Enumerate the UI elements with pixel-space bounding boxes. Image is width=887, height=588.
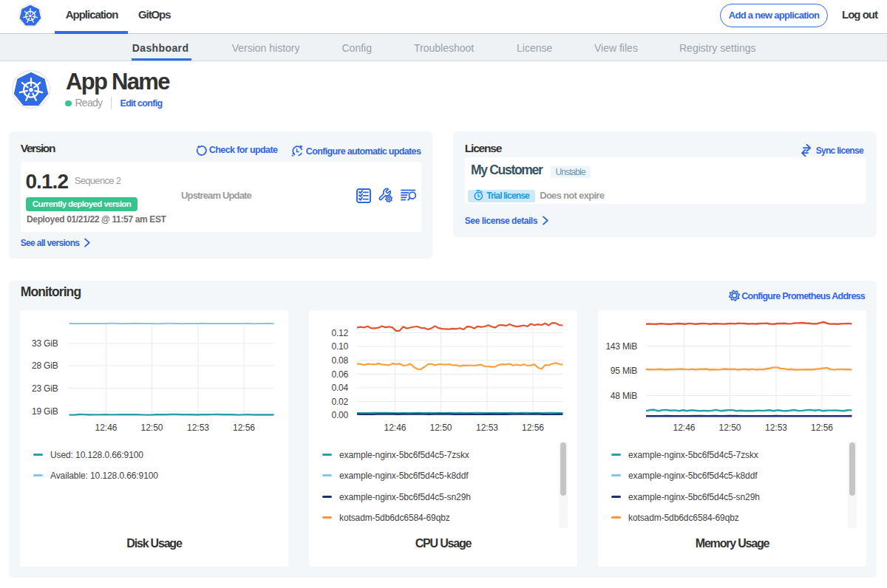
svg-text:0.04: 0.04 <box>331 383 348 393</box>
svg-text:48 MiB: 48 MiB <box>611 391 637 401</box>
svg-text:12:56: 12:56 <box>522 423 544 433</box>
svg-text:12:56: 12:56 <box>233 423 255 433</box>
svg-text:12:46: 12:46 <box>384 423 406 433</box>
svg-text:0.06: 0.06 <box>331 369 348 380</box>
svg-text:0.02: 0.02 <box>331 397 348 407</box>
svg-text:12:50: 12:50 <box>718 423 741 433</box>
svg-text:12:50: 12:50 <box>429 423 452 433</box>
svg-text:23 GiB: 23 GiB <box>32 383 58 394</box>
svg-text:0.12: 0.12 <box>331 328 348 338</box>
svg-text:12:56: 12:56 <box>811 423 833 433</box>
svg-text:12:53: 12:53 <box>476 423 498 433</box>
svg-text:143 MiB: 143 MiB <box>605 341 637 352</box>
svg-text:12:50: 12:50 <box>140 423 163 433</box>
svg-text:12:53: 12:53 <box>187 423 209 433</box>
svg-text:0.10: 0.10 <box>331 341 348 352</box>
svg-text:28 GiB: 28 GiB <box>32 360 58 371</box>
svg-text:12:46: 12:46 <box>673 423 695 433</box>
svg-text:12:46: 12:46 <box>95 423 117 433</box>
svg-text:0.00: 0.00 <box>331 410 348 420</box>
svg-text:19 GiB: 19 GiB <box>32 406 58 417</box>
svg-text:0.08: 0.08 <box>331 355 348 366</box>
svg-text:12:53: 12:53 <box>765 423 787 433</box>
svg-text:33 GiB: 33 GiB <box>32 338 58 349</box>
svg-text:95 MiB: 95 MiB <box>611 366 637 376</box>
